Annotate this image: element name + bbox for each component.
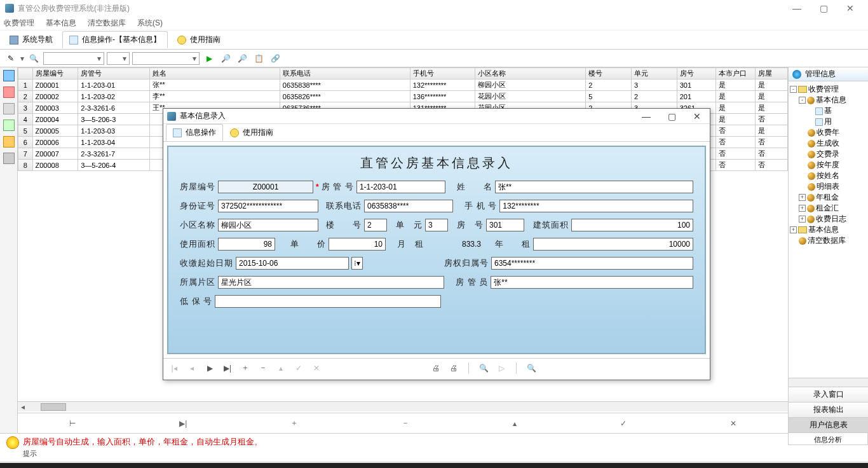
list-button[interactable]: 📋 [252,52,266,65]
form-title: 直管公房基本信息录入 [180,155,693,172]
maximize-button[interactable]: ▢ [811,1,836,15]
district-field[interactable] [218,276,444,289]
search-button[interactable]: 🔍 [27,52,41,65]
date-picker-button[interactable]: ⁝▾ [351,257,363,270]
lb-tool-icon[interactable] [3,153,15,164]
col-header[interactable]: 楼号 [586,68,632,79]
rp-hscroll[interactable] [789,378,868,387]
col-header[interactable]: 房屋 [755,68,787,79]
tab-sysnav[interactable]: 系统导航 [3,31,60,48]
col-header[interactable]: 本市户口 [716,68,755,79]
dnav-find[interactable]: 🔍 [526,362,537,374]
dlg-min-button[interactable]: ― [637,111,655,121]
lb-form-icon[interactable] [3,86,15,98]
titlebar: 直管公房收费管理系统(非注册版) ― ▢ ✕ [0,0,868,17]
table-row[interactable]: 2Z000021-1-203-02李**0635826****136******… [18,91,788,102]
dlg-icon [167,112,176,121]
nav-tree[interactable]: - 收费管理- 基本信息 基 用 收费年 生成收 交费录 按年度 按姓名 明细表… [789,81,868,378]
dlg-max-button[interactable]: ▢ [663,111,681,121]
low-insurance-field[interactable] [215,295,441,308]
nav-first[interactable]: ⊢ [69,419,76,428]
nav-icon [10,36,18,45]
rtab-entry[interactable]: 录入窗口 [789,387,868,403]
dnav-print2[interactable]: 🖨 [448,362,459,374]
community-field[interactable] [218,219,318,231]
start-date-field[interactable] [236,257,349,270]
dnav-add[interactable]: ＋ [240,362,251,374]
col-header[interactable]: 房号 [677,68,715,79]
rtab-userinfo[interactable]: 用户信息表 [789,418,868,433]
find-user-button[interactable]: 🔎 [235,52,249,65]
lb-table-icon[interactable] [3,120,15,131]
tab-guide[interactable]: 使用指南 [170,31,227,48]
manager-field[interactable] [491,276,693,289]
col-header[interactable]: 小区名称 [475,68,586,79]
table-row[interactable]: 1Z000011-1-203-01张**0635838****132******… [18,79,788,91]
lb-doc-icon[interactable] [3,103,15,114]
use-area-field[interactable] [218,238,275,251]
minimize-button[interactable]: ― [784,1,810,15]
col-header[interactable]: 手机号 [410,68,475,79]
dnav-next[interactable]: ▶ [204,362,215,374]
name-field[interactable] [495,181,693,193]
phone-field[interactable] [364,200,453,212]
nav-check[interactable]: ✓ [620,419,627,428]
build-area-field[interactable] [571,219,693,231]
filter1-combo[interactable]: ▾ [43,52,104,65]
dnav-del[interactable]: － [257,362,269,374]
menu-system[interactable]: 系统(S) [137,18,163,29]
filter2-combo[interactable]: ▾ [107,52,130,65]
edit-button[interactable]: ✎ [4,52,18,65]
toolbar: ✎▾ 🔍 ▾ ▾ ▾ ▶ 🔎 🔎 📋 🔗 [0,50,868,67]
rp-title: 管理信息 [805,69,836,79]
dlg-tab-guide[interactable]: 使用指南 [223,124,280,141]
find-person-button[interactable]: 🔎 [219,52,233,65]
help-icon [177,36,186,45]
room-field[interactable] [486,219,524,231]
nav-cancel[interactable]: ✕ [730,419,736,428]
col-header[interactable]: 房管号 [78,68,150,79]
unit-field[interactable] [425,219,448,231]
rtab-report[interactable]: 报表输出 [789,403,868,418]
menu-fee[interactable]: 收费管理 [4,18,34,29]
dlg-tab-info[interactable]: 信息操作 [166,124,223,141]
mobile-field[interactable] [499,200,693,212]
horizontal-scrollbar[interactable]: ◂ [18,401,788,411]
menu-clear[interactable]: 清空数据库 [88,18,126,29]
unit-price-field[interactable] [329,238,386,251]
dlg-record-nav: |◂ ◂ ▶ ▶| ＋ － ▴ ✓ ✕ 🖨 🖨 🔍 ▷ 🔍 [163,358,710,377]
right-panel: 管理信息 - 收费管理- 基本信息 基 用 收费年 生成收 交费录 按年度 按姓… [788,67,868,433]
app-title: 直管公房收费管理系统(非注册版) [18,3,130,14]
nav-remove[interactable]: － [402,418,409,429]
idcard-field[interactable] [218,200,318,212]
annual-rent-field[interactable] [533,238,693,251]
building-field[interactable] [364,219,387,231]
col-header[interactable]: 姓名 [149,68,280,79]
filter3-combo[interactable]: ▾ [132,52,200,65]
col-header[interactable]: 单元 [632,68,677,79]
nav-up[interactable]: ▴ [513,419,517,428]
dnav-preview[interactable]: 🔍 [478,362,489,374]
lb-folder-icon[interactable] [3,136,15,148]
dnav-last[interactable]: ▶| [222,362,233,374]
run-button[interactable]: ▶ [202,52,216,65]
lb-window-icon[interactable] [3,70,15,81]
ownership-no-field[interactable] [491,257,693,270]
nav-prev-page[interactable]: ▶| [179,419,187,428]
basic-info-dialog: 基本信息录入 ― ▢ ✕ 信息操作 使用指南 直管公房基本信息录入 房屋编号 *… [163,108,710,380]
mgmt-no-field[interactable] [356,181,445,193]
dlg-title-text: 基本信息录入 [180,111,226,121]
col-header[interactable]: 联系电话 [280,68,410,79]
nav-add[interactable]: ＋ [290,418,298,429]
tab-infoop[interactable]: 信息操作-【基本信息】 [62,31,168,48]
col-header[interactable]: 房屋编号 [32,68,78,79]
close-button[interactable]: ✕ [837,1,863,15]
dnav-print[interactable]: 🖨 [430,362,442,374]
menu-basic[interactable]: 基本信息 [46,18,76,29]
house-id-field[interactable] [218,181,313,193]
link-button[interactable]: 🔗 [268,52,282,65]
form-icon [173,128,182,137]
record-navigator: ⊢ ▶| ＋ － ▴ ✓ ✕ [18,413,788,433]
analysis-tab[interactable]: 信息分析 [788,432,868,445]
dlg-close-button[interactable]: ✕ [688,111,706,121]
